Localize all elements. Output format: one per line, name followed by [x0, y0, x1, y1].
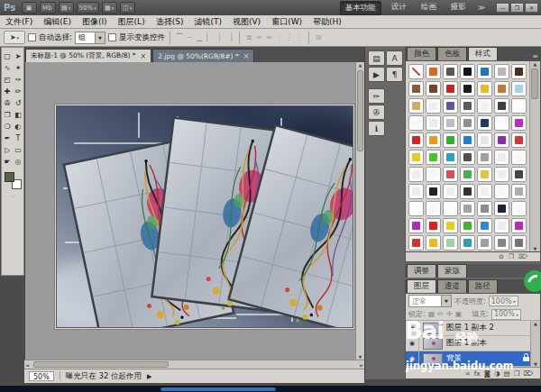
workspace-overflow-icon[interactable]: ≫	[476, 4, 487, 12]
style-swatch[interactable]	[476, 132, 493, 149]
scroll-up-icon[interactable]: ▲	[534, 321, 537, 326]
tool-healing-brush[interactable]: ✚	[2, 86, 13, 97]
menu-window[interactable]: 窗口(W)	[266, 16, 307, 28]
scroll-left-icon[interactable]: ◄	[25, 362, 29, 368]
style-swatch[interactable]	[459, 63, 476, 80]
canvas-horizontal-scrollbar[interactable]: ◄ ►	[24, 360, 364, 369]
style-swatch[interactable]	[442, 97, 459, 114]
style-swatch[interactable]	[510, 149, 527, 166]
panel-menu-icon[interactable]: ≡	[529, 52, 541, 60]
style-swatch[interactable]	[476, 183, 493, 200]
workspace-design[interactable]: 设计	[387, 1, 411, 15]
style-swatch[interactable]	[425, 132, 442, 149]
tab-masks[interactable]: 蒙版	[437, 264, 467, 278]
style-swatch[interactable]	[459, 251, 476, 252]
style-swatch[interactable]	[408, 63, 425, 80]
style-swatch[interactable]	[425, 234, 442, 251]
style-swatch[interactable]	[425, 80, 442, 97]
doc-tab-2-jpg[interactable]: 2.jpg @ 50%(RGB/8#) *×	[152, 49, 254, 62]
distribute-top-icon[interactable]: ≣	[244, 33, 254, 41]
style-swatch[interactable]	[459, 97, 476, 114]
style-swatch[interactable]	[510, 166, 527, 183]
tool-eyedropper[interactable]: ✑	[13, 74, 23, 86]
arrange-documents-icon[interactable]: ▦▾	[102, 2, 117, 14]
tool-dodge[interactable]: ◐	[13, 121, 23, 132]
style-swatch[interactable]	[408, 114, 425, 132]
new-style-icon[interactable]: ❐	[509, 253, 514, 260]
character-panel-icon[interactable]: A	[386, 50, 403, 66]
tool-blur[interactable]: ❍	[2, 121, 13, 132]
scrollbar-thumb[interactable]	[531, 68, 538, 99]
style-swatch[interactable]	[459, 166, 476, 183]
style-swatch[interactable]	[459, 132, 476, 149]
screen-mode-icon[interactable]: ◫▾	[120, 2, 135, 14]
auto-align-icon[interactable]: ⊞	[314, 33, 324, 41]
delete-layer-icon[interactable]: ⌦	[523, 369, 533, 378]
tool-gradient[interactable]: ◧	[13, 109, 23, 121]
align-vcenter-icon[interactable]: ─	[185, 33, 195, 41]
tool-path-selection[interactable]: ▷	[2, 144, 13, 156]
align-bottom-icon[interactable]: ▁	[195, 33, 205, 41]
style-swatch[interactable]	[425, 251, 442, 252]
style-swatch[interactable]	[459, 234, 476, 251]
launch-bridge-icon[interactable]: ▣	[22, 2, 37, 14]
style-swatch[interactable]	[425, 217, 442, 234]
workspace-essentials[interactable]: 基本功能	[340, 1, 381, 15]
clear-style-icon[interactable]: ⊘	[499, 253, 504, 260]
style-swatch[interactable]	[425, 200, 442, 217]
distribute-bottom-icon[interactable]: ≡	[264, 33, 274, 41]
scrollbar-thumb[interactable]	[33, 361, 169, 368]
status-menu-arrow-icon[interactable]: ▶	[147, 373, 151, 380]
scrollbar-thumb[interactable]	[357, 70, 363, 151]
style-swatch[interactable]	[408, 132, 425, 149]
style-swatch[interactable]	[442, 114, 459, 132]
style-swatch[interactable]	[493, 97, 510, 114]
align-hcenter-icon[interactable]: │	[215, 33, 225, 41]
tool-hand[interactable]: ☛	[2, 156, 13, 168]
style-swatch[interactable]	[425, 166, 442, 183]
canvas-area[interactable]: ▲ ▼	[24, 62, 364, 360]
auto-select-dropdown[interactable]: 组▼	[75, 32, 105, 44]
menu-select[interactable]: 选择(S)	[151, 16, 189, 28]
close-button[interactable]: ✕	[525, 3, 538, 13]
tool-zoom[interactable]: ◎	[13, 156, 23, 168]
menu-file[interactable]: 文件(F)	[0, 16, 38, 28]
style-swatch[interactable]	[408, 183, 425, 200]
doc-tab-untitled-1[interactable]: 未标题-1 @ 50% (背景, RGB/8) *×	[25, 49, 151, 62]
style-swatch[interactable]	[425, 114, 442, 132]
style-swatch[interactable]	[442, 132, 459, 149]
style-swatch[interactable]	[493, 149, 510, 166]
fill-field[interactable]: 100%▸	[491, 309, 521, 320]
style-swatch[interactable]	[442, 80, 459, 97]
style-swatch[interactable]	[493, 80, 510, 97]
workspace-painting[interactable]: 绘画	[417, 1, 441, 15]
menu-view[interactable]: 视图(V)	[227, 16, 266, 28]
style-swatch[interactable]	[510, 80, 527, 97]
style-swatch[interactable]	[442, 251, 459, 252]
tab-styles[interactable]: 样式	[468, 47, 498, 60]
style-swatch[interactable]	[425, 149, 442, 166]
view-extras-icon[interactable]: ▤▾	[59, 2, 74, 14]
actions-panel-icon[interactable]: ▶	[368, 67, 385, 82]
style-swatch[interactable]	[510, 97, 527, 114]
style-swatch[interactable]	[408, 166, 425, 183]
style-swatch[interactable]	[476, 234, 493, 251]
restore-button[interactable]: ❐	[510, 3, 524, 13]
style-swatch[interactable]	[510, 234, 527, 251]
style-swatch[interactable]	[408, 217, 425, 234]
scroll-down-icon[interactable]: ▼	[534, 361, 537, 367]
style-swatch[interactable]	[442, 63, 459, 80]
paragraph-panel-icon[interactable]: ¶	[386, 67, 403, 82]
auto-select-checkbox[interactable]	[28, 33, 36, 41]
style-swatch[interactable]	[493, 200, 510, 217]
scroll-up-icon[interactable]: ▲	[534, 61, 537, 67]
style-swatch[interactable]	[510, 183, 527, 200]
scroll-down-icon[interactable]: ▼	[534, 246, 537, 251]
foreground-color-swatch[interactable]	[5, 172, 14, 182]
style-swatch[interactable]	[476, 217, 493, 234]
close-tab-icon[interactable]: ×	[141, 52, 147, 60]
style-swatch[interactable]	[442, 234, 459, 251]
style-swatch[interactable]	[459, 149, 476, 166]
align-top-icon[interactable]: ▔	[175, 33, 185, 41]
style-swatch[interactable]	[442, 217, 459, 234]
